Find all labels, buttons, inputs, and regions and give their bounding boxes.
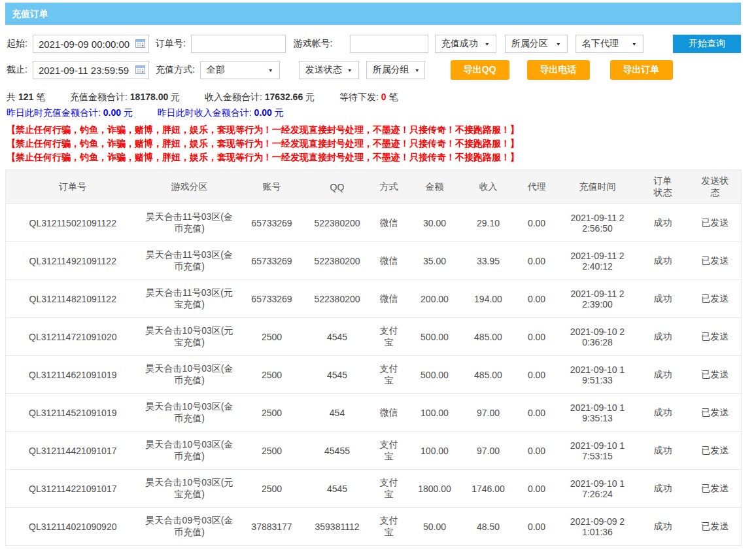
query-button[interactable]: 开始查询 (673, 35, 741, 53)
game-zone: 昊天合击10号03区(元宝充值) (143, 477, 236, 501)
order-id: QL312114921091122 (6, 242, 140, 280)
col-header-time: 充值时间 (558, 170, 637, 204)
time-cell: 2021-09-11 22:40:12 (558, 242, 637, 280)
income: 485.00 (462, 356, 515, 394)
amount: 200.00 (408, 280, 462, 318)
col-header-income: 收入 (462, 170, 515, 204)
order-status: 成功 (637, 394, 689, 432)
pay-method: 支付宝 (377, 325, 401, 349)
col-header-order-id: 订单号 (6, 170, 140, 204)
order-no-input[interactable] (191, 35, 286, 53)
start-date-input[interactable]: 2021-09-09 00:00:00 (33, 35, 149, 53)
income-total: 17632.66 (265, 92, 303, 102)
time-cell: 2021-09-10 17:53:15 (558, 432, 637, 470)
send-status: 已发送 (689, 280, 742, 318)
end-date-label: 截止: (7, 64, 27, 76)
game-account-input[interactable] (350, 35, 428, 53)
order-id: QL312114721091020 (6, 318, 140, 356)
total-count: 121 (18, 92, 33, 102)
recharge-method-select[interactable]: 全部 ▼ (200, 61, 280, 79)
order-table: 订单号 游戏分区 账号 QQ 方式 金额 收入 代理 充值时间 订单状态 发送状… (5, 169, 742, 546)
agent-select[interactable]: 名下代理 ▼ (576, 35, 644, 53)
export-qq-button[interactable]: 导出QQ (451, 60, 509, 80)
zone-cell: 昊天合击10号03区(元宝充值) (140, 470, 239, 508)
recharge-time: 2021-09-10 17:26:24 (568, 478, 627, 499)
send-status-select[interactable]: 发送状态 ▼ (299, 61, 359, 79)
qq: 45455 (305, 432, 370, 470)
recharge-time: 2021-09-11 22:56:50 (568, 213, 627, 234)
recharge-time: 2021-09-10 19:35:13 (568, 402, 627, 423)
recharge-time: 2021-09-10 20:36:28 (568, 327, 627, 347)
time-cell: 2021-09-11 22:56:50 (558, 204, 637, 242)
pending-group: 等待下发: 0 笔 (339, 92, 398, 102)
game-zone: 昊天合击11号03区(金币充值) (143, 211, 236, 235)
agent-fee: 0.00 (515, 356, 558, 394)
method-cell: 支付宝 (370, 318, 408, 356)
qq: 4545 (305, 318, 370, 356)
calendar-icon[interactable] (135, 39, 145, 50)
account: 65733269 (239, 204, 305, 242)
order-id: QL312114621091019 (6, 356, 140, 394)
table-row: QL312114821091122 昊天合击11号03区(元宝充值) 65733… (6, 280, 742, 318)
amount: 35.00 (408, 242, 462, 280)
qq: 522380200 (305, 242, 370, 280)
qq: 359381112 (305, 508, 370, 546)
order-status: 成功 (637, 356, 689, 394)
col-header-method: 方式 (370, 170, 408, 204)
yesterday-income-group: 昨日此时收入金额合计: 0.00 元 (158, 107, 284, 118)
end-date-input[interactable]: 2021-09-11 23:59:59 (33, 61, 149, 79)
table-row: QL312114421091017 昊天合击10号03区(金币充值) 2500 … (6, 432, 742, 470)
table-row: QL312114221091017 昊天合击10号03区(元宝充值) 2500 … (6, 470, 742, 508)
method-cell: 微信 (370, 242, 408, 280)
amount: 500.00 (408, 356, 462, 394)
account: 2500 (239, 356, 305, 394)
zone-cell: 昊天合击10号03区(金币充值) (140, 356, 239, 394)
col-header-send-status: 发送状态 (689, 170, 742, 204)
send-status: 已发送 (689, 356, 742, 394)
order-no-label: 订单号: (156, 38, 186, 50)
qq: 4545 (305, 470, 370, 508)
account: 2500 (239, 394, 305, 432)
pay-method: 微信 (380, 217, 398, 229)
amount: 1800.00 (408, 470, 462, 508)
recharge-status-value: 充值成功 (441, 38, 478, 50)
method-cell: 微信 (370, 280, 408, 318)
amount: 100.00 (408, 394, 462, 432)
filter-panel: 起始: 2021-09-09 00:00:00 订单号: 游戏帐号: 充值成功 … (5, 25, 741, 89)
order-id: QL312114821091122 (6, 280, 140, 318)
zone-select-value: 所属分区 (511, 38, 548, 50)
game-zone: 昊天合击11号03区(金币充值) (143, 249, 236, 273)
account: 2500 (239, 432, 305, 470)
export-phone-button[interactable]: 导出电话 (527, 60, 590, 80)
recharge-total-group: 充值金额合计: 18178.00 元 (70, 92, 202, 102)
pay-method: 支付宝 (377, 515, 401, 539)
export-order-button[interactable]: 导出订单 (610, 60, 673, 80)
method-cell: 支付宝 (370, 356, 408, 394)
recharge-method-label: 充值方式: (156, 64, 195, 76)
chevron-down-icon: ▼ (415, 67, 420, 73)
group-select[interactable]: 所属分组 ▼ (366, 61, 425, 79)
qq: 4545 (305, 356, 370, 394)
pay-method: 微信 (380, 255, 398, 267)
calendar-icon[interactable] (135, 65, 145, 76)
game-zone: 昊天合击09号03区(金币充值) (143, 515, 236, 539)
send-status: 已发送 (689, 508, 742, 546)
game-zone: 昊天合击10号03区(元宝充值) (143, 325, 236, 349)
total-count-group: 共 121 笔 (7, 92, 67, 102)
table-row: QL312114721091020 昊天合击10号03区(元宝充值) 2500 … (6, 318, 742, 356)
account: 65733269 (239, 280, 305, 318)
pay-method: 微信 (380, 293, 398, 305)
account: 2500 (239, 318, 305, 356)
game-zone: 昊天合击11号03区(元宝充值) (143, 287, 236, 311)
time-cell: 2021-09-10 19:35:13 (558, 394, 637, 432)
order-status: 成功 (637, 432, 689, 470)
income-total-group: 收入金额合计: 17632.66 元 (205, 92, 337, 102)
zone-select[interactable]: 所属分区 ▼ (505, 35, 568, 53)
time-cell: 2021-09-10 17:26:24 (558, 470, 637, 508)
recharge-status-select[interactable]: 充值成功 ▼ (435, 35, 496, 53)
account: 2500 (239, 470, 305, 508)
col-header-order-status: 订单状态 (637, 170, 689, 204)
zone-cell: 昊天合击11号03区(元宝充值) (140, 280, 239, 318)
order-status: 成功 (637, 470, 689, 508)
warning-block: 【禁止任何行骗，钓鱼，诈骗，赌博，胖妞，娱乐，套现等行为！一经发现直接封号处理，… (7, 123, 741, 164)
